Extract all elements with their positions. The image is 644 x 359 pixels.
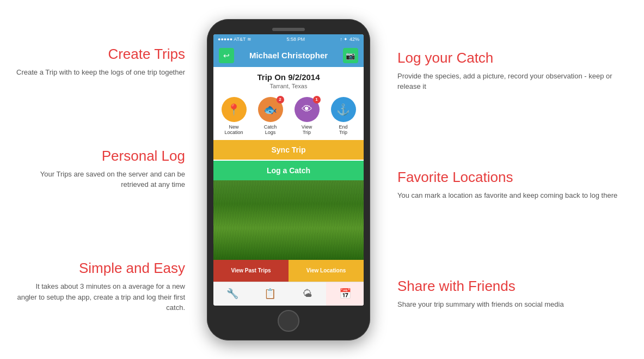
action-catch-logs[interactable]: 2 🐟 CatchLogs	[255, 97, 285, 136]
phone-speaker	[272, 28, 305, 31]
favorite-locations-desc: You can mark a location as favorite and …	[397, 190, 628, 201]
tab-list[interactable]: 📋	[251, 282, 289, 306]
new-location-icon-wrap: 📍	[222, 97, 247, 122]
center-column: ●●●●● AT&T ≋ 5:58 PM ↑ ✦ 42% ↩ Michael C…	[196, 0, 381, 359]
catch-logs-icon-wrap: 2 🐟	[258, 97, 283, 122]
bottom-bar: View Past Trips View Locations	[213, 260, 364, 282]
tab-weather[interactable]: 🌤	[289, 282, 326, 306]
feature-simple-easy: Simple and Easy It takes about 3 minutes…	[16, 260, 185, 313]
share-friends-title: Share with Friends	[397, 278, 628, 295]
action-new-location[interactable]: 📍 NewLocation	[219, 97, 249, 136]
new-location-label: NewLocation	[224, 124, 243, 136]
feature-share-friends: Share with Friends Share your trip summa…	[397, 278, 628, 310]
location-pin-icon: 📍	[227, 103, 241, 116]
feature-personal-log: Personal Log Your Trips are saved on the…	[16, 148, 185, 190]
end-trip-label: EndTrip	[339, 124, 347, 136]
phone-screen: ●●●●● AT&T ≋ 5:58 PM ↑ ✦ 42% ↩ Michael C…	[213, 34, 364, 306]
status-time: 5:58 PM	[286, 36, 305, 42]
status-left: ●●●●● AT&T ≋	[218, 36, 252, 42]
log-catch-title: Log your Catch	[397, 50, 628, 66]
view-trip-icon-wrap: 1 👁	[295, 97, 320, 122]
create-trips-title: Create Trips	[16, 46, 185, 63]
create-trips-desc: Create a Trip with to keep the logs of o…	[16, 67, 185, 78]
home-button[interactable]	[278, 310, 299, 332]
log-catch-button[interactable]: Log a Catch	[213, 161, 364, 180]
calendar-icon: 📅	[339, 288, 351, 300]
anchor-icon: ⚓	[336, 103, 350, 116]
nav-left-icon[interactable]: ↩	[219, 48, 234, 63]
catch-logs-label: CatchLogs	[264, 124, 277, 136]
action-icons-row: 📍 NewLocation 2 🐟 CatchLogs 1	[213, 93, 364, 141]
fish-icon: 🐟	[263, 103, 277, 116]
tab-settings[interactable]: 🔧	[213, 282, 251, 306]
personal-log-desc: Your Trips are saved on the server and c…	[16, 169, 185, 190]
battery-text: ↑ ✦ 42%	[340, 36, 359, 42]
exit-icon: ↩	[223, 51, 230, 60]
trip-date: Trip On 9/2/2014	[213, 72, 364, 82]
weather-icon: 🌤	[303, 288, 312, 300]
end-trip-icon-wrap: ⚓	[331, 97, 356, 122]
action-view-trip[interactable]: 1 👁 ViewTrip	[292, 97, 322, 136]
trip-header: Trip On 9/2/2014 Tarrant, Texas	[213, 67, 364, 93]
status-bar: ●●●●● AT&T ≋ 5:58 PM ↑ ✦ 42%	[213, 34, 364, 44]
settings-icon: 🔧	[226, 288, 238, 300]
phone-mockup: ●●●●● AT&T ≋ 5:58 PM ↑ ✦ 42% ↩ Michael C…	[207, 19, 370, 340]
simple-easy-title: Simple and Easy	[16, 260, 185, 277]
view-trip-label: ViewTrip	[302, 124, 312, 136]
view-locations-button[interactable]: View Locations	[289, 260, 364, 282]
nav-right-icon[interactable]: 📷	[343, 48, 358, 63]
page-container: Create Trips Create a Trip with to keep …	[0, 0, 644, 359]
feature-favorite-locations: Favorite Locations You can mark a locati…	[397, 169, 628, 201]
feature-log-catch: Log your Catch Provide the species, add …	[397, 50, 628, 92]
left-column: Create Trips Create a Trip with to keep …	[0, 0, 196, 359]
favorite-locations-title: Favorite Locations	[397, 169, 628, 186]
view-past-trips-button[interactable]: View Past Trips	[213, 260, 289, 282]
eye-icon: 👁	[302, 103, 312, 115]
action-end-trip[interactable]: ⚓ EndTrip	[328, 97, 358, 136]
right-column: Log your Catch Provide the species, add …	[381, 0, 644, 359]
list-icon: 📋	[264, 288, 276, 300]
tab-calendar[interactable]: 📅	[326, 282, 364, 306]
trip-location: Tarrant, Texas	[213, 83, 364, 89]
grass-image	[213, 180, 364, 259]
view-trip-badge: 1	[313, 96, 321, 104]
share-friends-desc: Share your trip summary with friends on …	[397, 299, 628, 310]
feature-create-trips: Create Trips Create a Trip with to keep …	[16, 46, 185, 78]
camera-icon: 📷	[346, 51, 355, 60]
nav-title: Michael Christopher	[249, 51, 328, 60]
status-right: ↑ ✦ 42%	[340, 36, 359, 42]
catch-logs-badge: 2	[277, 96, 284, 104]
carrier-text: ●●●●● AT&T ≋	[218, 36, 252, 42]
nav-bar: ↩ Michael Christopher 📷	[213, 44, 364, 67]
sync-trip-button[interactable]: Sync Trip	[213, 140, 364, 160]
simple-easy-desc: It takes about 3 minutes on a average fo…	[16, 281, 185, 313]
personal-log-title: Personal Log	[16, 148, 185, 165]
tab-bar: 🔧 📋 🌤 📅	[213, 282, 364, 306]
log-catch-desc: Provide the species, add a picture, reco…	[397, 71, 628, 92]
